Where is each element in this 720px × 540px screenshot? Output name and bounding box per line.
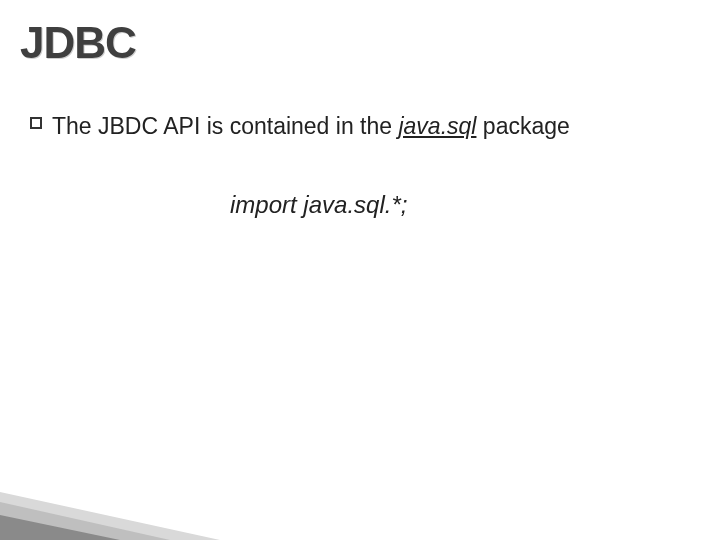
slide-title: JDBC: [20, 18, 136, 68]
bullet-text-post: package: [476, 113, 569, 139]
square-bullet-icon: [30, 117, 42, 129]
bullet-text-pre: The JBDC API is contained in the: [52, 113, 398, 139]
bullet-text: The JBDC API is contained in the java.sq…: [52, 110, 570, 143]
svg-marker-1: [0, 502, 170, 540]
bullet-item: The JBDC API is contained in the java.sq…: [30, 110, 700, 143]
svg-marker-0: [0, 492, 220, 540]
bullet-text-package: java.sql: [398, 113, 476, 139]
svg-marker-2: [0, 515, 120, 540]
decorative-wedge-icon: [0, 470, 220, 540]
slide: JDBC The JBDC API is contained in the ja…: [0, 0, 720, 540]
slide-body: The JBDC API is contained in the java.sq…: [30, 110, 700, 219]
import-statement: import java.sql.*;: [30, 191, 700, 219]
